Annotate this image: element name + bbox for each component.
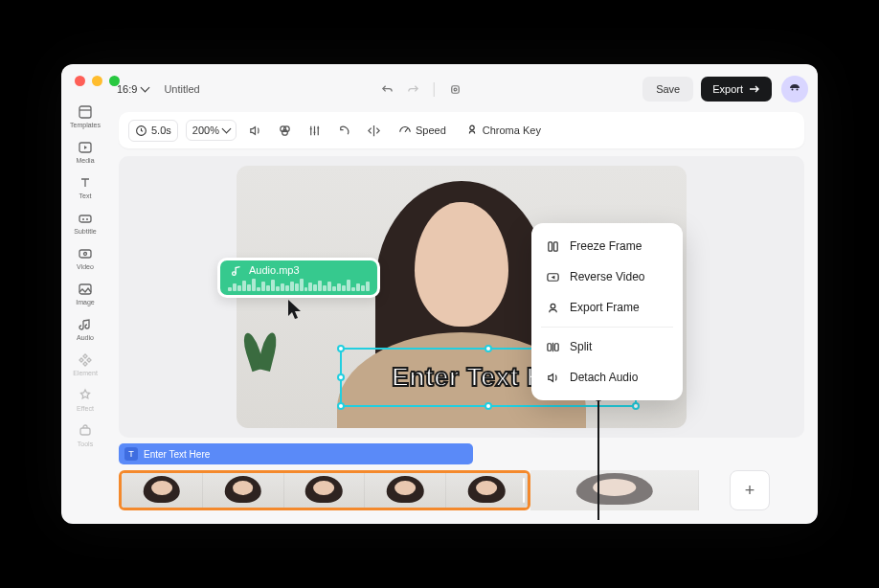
speed-button[interactable]: Speed bbox=[393, 120, 452, 141]
image-icon bbox=[78, 282, 93, 297]
menu-separator bbox=[541, 327, 673, 328]
sidebar: Templates Media Text Subtitle Video Imag… bbox=[61, 93, 109, 524]
toolbar: 5.0s 200% Speed Chroma Key bbox=[119, 112, 804, 148]
sidebar-item-audio[interactable]: Audio bbox=[77, 313, 94, 345]
video-track[interactable] bbox=[119, 470, 699, 510]
chevron-down-icon bbox=[221, 124, 231, 134]
clip-thumbnail bbox=[284, 473, 366, 508]
text-track-icon: T bbox=[124, 447, 138, 461]
redo-button[interactable] bbox=[406, 82, 420, 97]
element-icon bbox=[78, 352, 93, 368]
svg-rect-23 bbox=[554, 343, 558, 351]
sidebar-item-image[interactable]: Image bbox=[76, 278, 94, 309]
clip-thumbnail bbox=[365, 473, 446, 508]
resize-handle[interactable] bbox=[337, 345, 345, 352]
flip-button[interactable] bbox=[363, 120, 385, 142]
clip-thumbnail bbox=[122, 473, 203, 508]
canvas-area[interactable]: Audio.mp3 Enter Text Here bbox=[119, 156, 804, 438]
app-window: Templates Media Text Subtitle Video Imag… bbox=[61, 64, 818, 524]
sidebar-item-templates[interactable]: Templates bbox=[70, 101, 101, 132]
minimize-window[interactable] bbox=[92, 76, 102, 86]
sidebar-item-effect[interactable]: Effect bbox=[77, 384, 94, 416]
sidebar-item-video[interactable]: Video bbox=[77, 242, 94, 274]
speed-icon bbox=[398, 124, 412, 137]
video-icon bbox=[78, 246, 93, 261]
templates-icon bbox=[78, 104, 93, 120]
arrow-right-icon bbox=[749, 84, 760, 94]
context-menu: Freeze Frame Reverse Video Export Frame … bbox=[531, 223, 683, 400]
audio-icon bbox=[78, 317, 93, 332]
resize-handle[interactable] bbox=[485, 345, 492, 352]
resize-handle[interactable] bbox=[337, 373, 345, 381]
export-button[interactable]: Export bbox=[701, 77, 772, 102]
audio-clip-overlay[interactable]: Audio.mp3 bbox=[217, 258, 380, 298]
duration-chip[interactable]: 5.0s bbox=[128, 120, 178, 142]
playhead[interactable] bbox=[597, 396, 599, 520]
clip-thumbnail bbox=[530, 470, 699, 510]
project-title[interactable]: Untitled bbox=[164, 83, 199, 95]
save-button[interactable]: Save bbox=[642, 77, 693, 102]
cursor-pointer-icon bbox=[286, 298, 305, 321]
svg-point-10 bbox=[792, 89, 794, 91]
svg-point-4 bbox=[84, 253, 87, 256]
sidebar-item-subtitle[interactable]: Subtitle bbox=[74, 207, 96, 238]
svg-point-16 bbox=[470, 125, 474, 129]
ctx-detach-audio[interactable]: Detach Audio bbox=[531, 362, 683, 393]
reverse-video-icon bbox=[545, 269, 560, 284]
svg-rect-2 bbox=[79, 215, 91, 222]
effect-icon bbox=[78, 388, 93, 403]
text-icon bbox=[78, 175, 93, 191]
add-clip-button[interactable]: + bbox=[730, 470, 770, 510]
export-frame-icon bbox=[545, 300, 560, 315]
zoom-select[interactable]: 200% bbox=[186, 120, 237, 141]
svg-rect-6 bbox=[80, 428, 90, 435]
volume-button[interactable] bbox=[244, 120, 266, 142]
chroma-key-icon bbox=[465, 124, 479, 137]
sidebar-item-tools[interactable]: Tools bbox=[78, 419, 93, 451]
tools-icon bbox=[78, 423, 93, 439]
chroma-key-button[interactable]: Chroma Key bbox=[460, 120, 547, 141]
avatar-face-icon bbox=[786, 80, 803, 98]
filters-button[interactable] bbox=[274, 120, 296, 142]
ctx-split[interactable]: Split bbox=[531, 331, 683, 362]
svg-rect-18 bbox=[548, 241, 552, 250]
svg-rect-3 bbox=[79, 250, 91, 258]
user-avatar[interactable] bbox=[781, 76, 808, 102]
subtitle-icon bbox=[78, 211, 93, 226]
adjust-button[interactable] bbox=[304, 120, 326, 142]
ctx-reverse-video[interactable]: Reverse Video bbox=[531, 261, 683, 292]
split-icon bbox=[545, 339, 560, 354]
crop-button[interactable] bbox=[448, 82, 462, 97]
undo-button[interactable] bbox=[380, 82, 394, 97]
sidebar-item-element[interactable]: Element bbox=[73, 349, 98, 380]
text-track-clip[interactable]: T Enter Text Here bbox=[119, 443, 473, 464]
video-preview[interactable]: Audio.mp3 Enter Text Here bbox=[237, 166, 687, 428]
svg-point-11 bbox=[797, 89, 799, 91]
maximize-window[interactable] bbox=[109, 76, 120, 86]
detach-audio-icon bbox=[545, 370, 560, 385]
video-clip-selected[interactable] bbox=[119, 470, 530, 510]
sidebar-item-media[interactable]: Media bbox=[76, 136, 94, 168]
rotate-button[interactable] bbox=[333, 120, 355, 142]
media-icon bbox=[78, 140, 93, 155]
window-controls bbox=[75, 76, 120, 86]
close-window[interactable] bbox=[75, 76, 85, 86]
ctx-export-frame[interactable]: Export Frame bbox=[531, 292, 683, 323]
timeline: T Enter Text Here + bbox=[119, 443, 804, 516]
waveform-icon bbox=[228, 278, 370, 291]
freeze-frame-icon bbox=[545, 238, 560, 254]
clip-thumbnail bbox=[203, 473, 284, 508]
resize-handle[interactable] bbox=[337, 402, 345, 410]
svg-point-9 bbox=[787, 81, 802, 97]
resize-handle[interactable] bbox=[485, 402, 492, 410]
video-clip-rest[interactable] bbox=[530, 470, 699, 510]
music-note-icon bbox=[230, 264, 243, 278]
resize-handle[interactable] bbox=[632, 402, 640, 410]
sidebar-item-text[interactable]: Text bbox=[78, 171, 93, 203]
ctx-freeze-frame[interactable]: Freeze Frame bbox=[531, 231, 683, 261]
svg-point-8 bbox=[454, 88, 457, 91]
chevron-down-icon bbox=[141, 83, 150, 93]
topbar: 16:9 Untitled | Save Export bbox=[109, 72, 808, 106]
clip-thumbnail bbox=[446, 473, 528, 508]
svg-rect-7 bbox=[451, 85, 459, 93]
